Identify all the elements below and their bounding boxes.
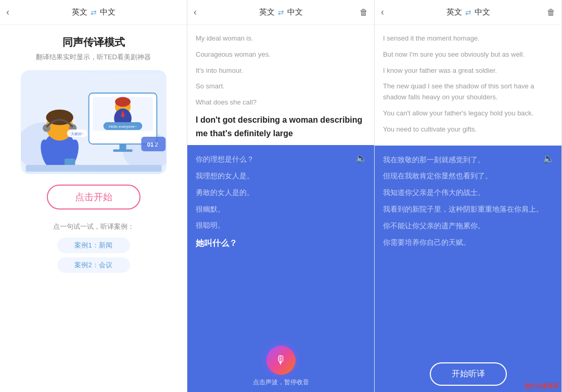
panel-1: ‹ 英文 ⇄ 中文 同声传译模式 翻译结果实时显示，听TED看美剧神器 — [0, 0, 187, 392]
case-chip-1[interactable]: 案例1：新闻 — [57, 238, 130, 253]
zh-line-3-4: 你不能让你父亲的遗产拖累你。 — [383, 220, 553, 232]
panel-3: ‹ 英文 ⇄ 中文 🗑 I sensed it the moment homag… — [375, 0, 562, 392]
en-line-2-1: Courageous woman yes. — [196, 49, 366, 60]
start-listen-button[interactable]: 开始听译 — [430, 362, 507, 386]
zh-section-2: 🔈 你的理想是什么？ 我理想的女人是。 勇敢的女人是的。 很幽默。 很聪明。 她… — [187, 145, 374, 341]
en-section-3: I sensed it the moment homage. But now I… — [375, 25, 561, 146]
panel-1-subtitle: 翻译结果实时显示，听TED看美剧神器 — [36, 53, 151, 62]
volume-icon-2[interactable]: 🔈 — [355, 152, 367, 164]
try-label: 点一句试一试，听译案例： — [53, 222, 134, 231]
lang-to-3: 中文 — [475, 7, 490, 17]
header-title-3: 英文 ⇄ 中文 — [446, 7, 490, 17]
start-listen-label: 开始听译 — [452, 369, 485, 378]
en-line-3-3: The new quad I see the shadow of this so… — [383, 81, 553, 103]
translation-body-3: I sensed it the moment homage. But now I… — [375, 25, 561, 392]
svg-text:Hello everyone~: Hello everyone~ — [108, 124, 137, 129]
translation-body-2: My ideal woman is. Courageous woman yes.… — [187, 25, 374, 392]
mic-area: 🎙 点击声波，暂停收音 — [187, 341, 374, 392]
illustration: Hello everyone~ 01 2 大家好~ — [21, 70, 167, 174]
svg-rect-21 — [113, 149, 132, 152]
zh-line-3-3: 我看到的新院子里，这种阴影重重地落在你肩上。 — [383, 203, 553, 216]
zh-line-3-2: 我知道你父亲是个伟大的战士。 — [383, 187, 553, 199]
svg-rect-10 — [65, 159, 75, 165]
en-line-3-2: I know your father was a great soldier. — [383, 66, 553, 76]
zh-section-3: 🔈 我在致敬的那一刻就感觉到了。 但现在我敢肯定你显然也看到了。 我知道你父亲是… — [375, 146, 561, 356]
zh-line-2-2: 勇敢的女人是的。 — [196, 187, 366, 199]
mic-icon: 🎙 — [275, 354, 287, 367]
back-button-3[interactable]: ‹ — [381, 7, 384, 18]
zh-line-2-5-active: 她叫什么？ — [196, 236, 366, 250]
illus-background: Hello everyone~ 01 2 大家好~ — [21, 70, 167, 174]
start-button-label: 点击开始 — [75, 191, 112, 203]
volume-icon-3[interactable]: 🔈 — [543, 153, 554, 164]
en-line-2-2: It's into humour. — [196, 66, 366, 76]
mic-label: 点击声波，暂停收音 — [253, 378, 309, 387]
en-line-3-0: I sensed it the moment homage. — [383, 33, 553, 44]
zh-line-2-4: 很聪明。 — [196, 219, 366, 232]
zh-line-2-0: 你的理想是什么？ — [196, 153, 366, 166]
header-2: ‹ 英文 ⇄ 中文 🗑 — [187, 0, 374, 25]
zh-line-3-5: 你需要培养你自己的天赋。 — [383, 237, 553, 249]
swap-icon-3[interactable]: ⇄ — [465, 8, 471, 17]
zh-line-3-0: 我在致敬的那一刻就感觉到了。 — [383, 154, 553, 166]
en-line-2-3: So smart. — [196, 81, 366, 92]
lang-from-2: 英文 — [259, 7, 275, 17]
lang-to-2: 中文 — [287, 7, 303, 17]
zh-line-2-3: 很幽默。 — [196, 203, 366, 216]
watermark: 值什么值得买 — [525, 382, 559, 390]
svg-text:大家好~: 大家好~ — [70, 132, 84, 136]
en-section-2: My ideal woman is. Courageous woman yes.… — [187, 25, 374, 145]
trash-button-2[interactable]: 🗑 — [360, 8, 368, 17]
start-button[interactable]: 点击开始 — [47, 185, 140, 210]
header-1: ‹ 英文 ⇄ 中文 — [0, 0, 187, 25]
swap-icon-1[interactable]: ⇄ — [91, 8, 97, 17]
en-line-2-5-active: I don't got describing a woman describin… — [196, 113, 366, 140]
svg-text:2: 2 — [155, 141, 158, 148]
panel-2: ‹ 英文 ⇄ 中文 🗑 My ideal woman is. Courageou… — [187, 0, 375, 392]
lang-from-3: 英文 — [446, 7, 462, 17]
header-title-2: 英文 ⇄ 中文 — [259, 7, 303, 17]
mic-button[interactable]: 🎙 — [266, 346, 296, 375]
lang-from-1: 英文 — [72, 7, 87, 17]
header-3: ‹ 英文 ⇄ 中文 🗑 — [375, 0, 561, 25]
panel-1-body: 同声传译模式 翻译结果实时显示，听TED看美剧神器 — [0, 25, 187, 392]
svg-text:01: 01 — [147, 141, 153, 148]
cases-list: 案例1：新闻 案例2：会议 — [10, 238, 176, 273]
swap-icon-2[interactable]: ⇄ — [278, 8, 284, 17]
svg-rect-11 — [25, 165, 161, 172]
svg-rect-20 — [119, 144, 126, 150]
en-line-2-4: What does she call? — [196, 97, 366, 108]
en-line-3-1: But now I'm sure you see obviously but a… — [383, 49, 553, 60]
zh-line-3-1: 但现在我敢肯定你显然也看到了。 — [383, 170, 553, 182]
en-line-2-0: My ideal woman is. — [196, 33, 366, 44]
illus-svg: Hello everyone~ 01 2 大家好~ — [21, 70, 167, 174]
svg-point-15 — [115, 97, 131, 107]
panel-1-title: 同声传译模式 — [62, 35, 125, 49]
back-button-1[interactable]: ‹ — [6, 7, 9, 18]
trash-button-3[interactable]: 🗑 — [547, 8, 555, 17]
lang-to-1: 中文 — [100, 7, 116, 17]
en-line-3-5: You need to cultivate your gifts. — [383, 124, 553, 135]
case-chip-2[interactable]: 案例2：会议 — [57, 257, 130, 273]
zh-line-2-1: 我理想的女人是。 — [196, 170, 366, 182]
header-title-1: 英文 ⇄ 中文 — [72, 7, 116, 17]
en-line-3-4: You can't allow your father's legacy hol… — [383, 108, 553, 119]
back-button-2[interactable]: ‹ — [194, 7, 197, 18]
